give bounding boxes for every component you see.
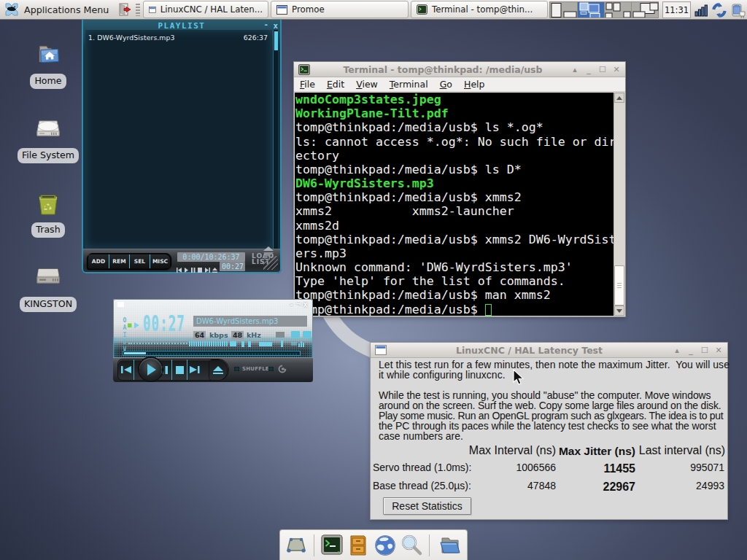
repeat-toggle[interactable]	[268, 365, 287, 373]
workspace-2-active[interactable]	[577, 2, 604, 18]
playlist-buttons: ADDREMSELMISC	[87, 253, 171, 270]
scroll-down-button[interactable]	[614, 306, 624, 316]
next-icon	[190, 366, 200, 373]
playlist-button[interactable]: SEL	[129, 254, 150, 268]
playlist-resize-grip[interactable]	[263, 256, 278, 270]
workspace-1[interactable]	[550, 2, 577, 18]
paragraph-line: Play some music. Run an OpenGL program s…	[379, 411, 723, 421]
menu-item[interactable]: File	[294, 79, 321, 90]
player-track-marquee[interactable]: DW6-WyrdSisters.mp3	[193, 316, 307, 327]
dock-terminal-button[interactable]	[320, 533, 344, 558]
sync-icon[interactable]	[711, 2, 727, 18]
player-window-buttons[interactable]: -¬x	[289, 300, 310, 309]
dock-browser-button[interactable]	[374, 533, 397, 558]
terminal-line: Type 'help' for the list of commands.	[295, 274, 614, 288]
shuffle-label: SHUFFLE	[242, 366, 269, 372]
scrollbar-grip	[617, 283, 622, 289]
desktop-icon-filesystem[interactable]: File System	[15, 118, 82, 163]
dock-filemanager-button[interactable]	[347, 533, 370, 558]
shade-icon[interactable]: ▴	[570, 65, 579, 74]
minimize-icon[interactable]: _	[686, 346, 695, 355]
pause-icon[interactable]	[191, 268, 196, 273]
desktop-icon-image	[15, 192, 82, 219]
menu-item[interactable]: Edit	[321, 79, 350, 90]
dock-search-button[interactable]	[400, 533, 423, 558]
paragraph-line: While the test is running, you should "a…	[379, 390, 723, 400]
playlist-button[interactable]: MISC	[150, 254, 170, 268]
panel-clock[interactable]: 11:31	[662, 1, 691, 18]
playlist-scroll-arrows[interactable]	[263, 246, 274, 257]
eject-icon[interactable]	[212, 268, 217, 273]
task-button-linuxcnc[interactable]: LinuxCNC / HAL Laten...	[143, 1, 268, 18]
playlist-button[interactable]: ADD	[88, 254, 109, 268]
menu-item[interactable]: Go	[434, 79, 458, 90]
stop-button[interactable]	[171, 359, 187, 380]
folder-icon	[439, 535, 462, 556]
playlist-button[interactable]: REM	[109, 254, 129, 268]
home-folder-icon	[36, 44, 60, 64]
task-button-terminal[interactable]: Terminal - tomp@thin...	[411, 1, 548, 18]
eject-button[interactable]	[209, 360, 227, 380]
show-desktop-button[interactable]	[285, 533, 308, 558]
stop-icon[interactable]	[198, 268, 202, 273]
column-header-max-interval: Max Interval (ns)	[469, 444, 556, 457]
prev-icon[interactable]	[177, 268, 182, 273]
reset-statistics-button[interactable]: Reset Statistics	[383, 497, 471, 515]
shuffle-toggle[interactable]: SHUFFLE	[234, 366, 269, 372]
play-icon[interactable]	[185, 268, 188, 273]
menu-item[interactable]: Terminal	[384, 79, 434, 90]
battery-plug-icon[interactable]	[729, 2, 747, 18]
play-button[interactable]	[139, 358, 162, 381]
desktop-icon-trash[interactable]: Trash	[15, 192, 82, 238]
desktop-icon-home[interactable]: Home	[15, 44, 82, 89]
base-max-interval: 47848	[527, 480, 556, 491]
desktop-icon-image	[15, 118, 82, 145]
maximize-icon[interactable]: ☐	[598, 65, 607, 74]
desktop-icon-kingston[interactable]: KINGSTON	[15, 267, 82, 312]
latency-window: LinuxCNC / HAL Latency Test ▴ _ ☐ ✕ Let …	[370, 342, 728, 520]
logout-button[interactable]	[115, 1, 134, 18]
tasklist-handle[interactable]	[136, 3, 140, 16]
applications-menu-button[interactable]: Applications Menu	[0, 0, 116, 19]
usb-drive-icon	[35, 267, 61, 286]
scroll-up-arrow-icon	[616, 96, 622, 100]
close-icon[interactable]: ✕	[612, 65, 621, 74]
dock-folder-button[interactable]	[439, 533, 462, 558]
player-visualization	[189, 337, 306, 350]
player-window: -¬x OAIDV 00:27 DW6-WyrdSisters.mp3 64 k…	[113, 299, 313, 382]
window-buttons: ▴ _ ☐ ✕	[673, 343, 723, 358]
player-menu-button[interactable]	[117, 302, 124, 307]
terminal-scrollbar[interactable]	[614, 93, 624, 316]
column-header-max-jitter: Max Jitter (ns)	[559, 445, 635, 458]
desktop: Applications Menu LinuxCNC / HAL Laten..…	[0, 0, 747, 560]
trash-bin-icon	[36, 192, 61, 216]
next-button[interactable]	[187, 359, 202, 380]
scroll-up-button[interactable]	[614, 93, 624, 103]
repeat-icon	[278, 365, 287, 373]
terminal-line: ls: cannot access *.og*: No such file or…	[295, 135, 614, 149]
filesystem-drive-icon	[35, 118, 61, 139]
terminal-output[interactable]: wndoComp3states.jpegWorkingPlane-Tilt.pd…	[295, 93, 614, 316]
desktop-icon-label: Trash	[31, 222, 64, 238]
next-icon[interactable]	[205, 268, 210, 273]
menu-item[interactable]: Help	[458, 79, 491, 90]
workspace-3[interactable]	[604, 2, 631, 18]
network-monitor-icon[interactable]	[693, 2, 709, 18]
base-max-jitter: 22967	[603, 481, 636, 494]
shade-icon[interactable]: ▴	[673, 346, 681, 355]
menu-item[interactable]: View	[350, 79, 384, 90]
terminal-titlebar[interactable]: Terminal - tomp@thinkpad: /media/usb ▴ _…	[294, 62, 625, 77]
prev-button[interactable]	[118, 359, 133, 380]
terminal-scrollbar-thumb[interactable]	[614, 265, 624, 306]
player-leader-dots	[128, 343, 187, 344]
maximize-icon[interactable]: ☐	[700, 346, 709, 355]
terminal-line: Unknown command: 'DW6-WyrdSisters.mp3'	[295, 260, 614, 274]
latency-title: LinuxCNC / HAL Latency Test	[388, 345, 670, 356]
latency-titlebar[interactable]: LinuxCNC / HAL Latency Test ▴ _ ☐ ✕	[371, 343, 727, 358]
close-icon[interactable]: ✕	[714, 346, 723, 355]
shuffle-indicator	[234, 367, 239, 371]
task-button-promoe[interactable]: Promoe	[271, 1, 409, 18]
player-seekbar[interactable]	[123, 351, 301, 356]
workspace-4[interactable]	[631, 2, 658, 18]
minimize-icon[interactable]: _	[584, 65, 593, 74]
